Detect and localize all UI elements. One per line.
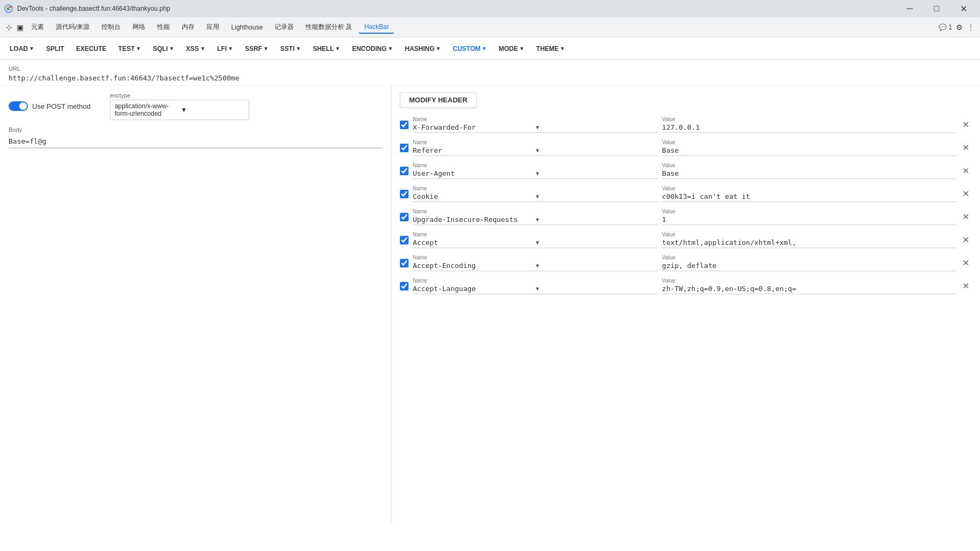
- header-checkbox-7[interactable]: [400, 282, 409, 291]
- header-checkbox-2[interactable]: [400, 167, 409, 175]
- header-delete-button-7[interactable]: ✕: [960, 281, 971, 291]
- body-label: Body: [9, 126, 382, 133]
- theme-button[interactable]: THEME ▼: [531, 43, 570, 55]
- lfi-button[interactable]: LFI ▼: [212, 43, 239, 55]
- body-section: Body: [9, 126, 382, 148]
- header-name-select-0[interactable]: X-Forwarded-For ▼: [413, 122, 658, 133]
- settings-icon[interactable]: ⚙: [954, 23, 964, 32]
- header-delete-button-2[interactable]: ✕: [960, 166, 971, 176]
- header-row: Name User-Agent ▼ Value ✕: [400, 162, 971, 179]
- header-name-value-3: Cookie: [413, 192, 534, 200]
- header-name-select-7[interactable]: Accept-Language ▼: [413, 284, 658, 294]
- minimize-button[interactable]: ─: [897, 0, 922, 17]
- nav-item-recorder[interactable]: 记录器: [269, 20, 299, 34]
- nav-item-performance[interactable]: 性能: [152, 20, 175, 34]
- maximize-button[interactable]: □: [924, 0, 949, 17]
- execute-button[interactable]: EXECUTE: [71, 43, 112, 55]
- header-name-select-1[interactable]: Referer ▼: [413, 145, 658, 156]
- header-row: Name Upgrade-Insecure-Requests ▼ Value ✕: [400, 209, 971, 225]
- ssti-arrow: ▼: [296, 46, 301, 51]
- header-value-group-5: Value: [662, 232, 956, 248]
- enctype-select[interactable]: application/x-www-form-urlencoded ▼: [110, 100, 249, 120]
- post-method-toggle[interactable]: [9, 101, 28, 111]
- header-value-label-3: Value: [662, 185, 956, 191]
- close-button[interactable]: ✕: [951, 0, 976, 17]
- header-row: Name Accept ▼ Value ✕: [400, 232, 971, 248]
- header-checkbox-6[interactable]: [400, 259, 409, 267]
- headers-container: Name X-Forwarded-For ▼ Value ✕ Name Refe…: [400, 116, 971, 294]
- header-name-select-3[interactable]: Cookie ▼: [413, 191, 658, 202]
- xss-button[interactable]: XSS ▼: [181, 43, 211, 55]
- header-delete-button-3[interactable]: ✕: [960, 189, 971, 199]
- body-input[interactable]: [9, 135, 382, 148]
- header-value-input-0[interactable]: [662, 122, 956, 133]
- header-delete-button-6[interactable]: ✕: [960, 258, 971, 268]
- enctype-value: application/x-www-form-urlencoded: [115, 102, 179, 117]
- ssti-button[interactable]: SSTI ▼: [275, 43, 307, 55]
- header-name-value-4: Upgrade-Insecure-Requests: [413, 215, 534, 224]
- nav-item-hackbar[interactable]: HackBar: [359, 21, 394, 34]
- header-delete-button-4[interactable]: ✕: [960, 212, 971, 222]
- header-checkbox-0[interactable]: [400, 121, 409, 129]
- header-name-label-5: Name: [413, 232, 658, 237]
- header-delete-button-5[interactable]: ✕: [960, 235, 971, 245]
- header-value-input-4[interactable]: [662, 214, 956, 225]
- notifications-badge[interactable]: 💬1: [939, 24, 952, 31]
- header-name-select-4[interactable]: Upgrade-Insecure-Requests ▼: [413, 214, 658, 225]
- url-value[interactable]: http://challenge.basectf.fun:46643/?base…: [9, 74, 971, 82]
- load-arrow: ▼: [29, 46, 34, 51]
- header-row: Name Referer ▼ Value ✕: [400, 139, 971, 156]
- header-value-label-2: Value: [662, 162, 956, 168]
- nav-item-memory[interactable]: 内存: [176, 20, 200, 34]
- header-row: Name X-Forwarded-For ▼ Value ✕: [400, 116, 971, 133]
- hashing-arrow: ▼: [436, 46, 441, 51]
- header-value-input-3[interactable]: [662, 191, 956, 202]
- header-name-arrow-4: ▼: [536, 217, 657, 222]
- header-checkbox-5[interactable]: [400, 236, 409, 244]
- custom-button[interactable]: CUSTOM ▼: [448, 43, 493, 55]
- nav-item-console[interactable]: 控制台: [96, 20, 126, 34]
- encoding-button[interactable]: ENCODING ▼: [347, 43, 399, 55]
- nav-item-network[interactable]: 网络: [127, 20, 151, 34]
- header-value-group-0: Value: [662, 116, 956, 133]
- hashing-button[interactable]: HASHING ▼: [399, 43, 446, 55]
- header-value-input-1[interactable]: [662, 145, 956, 156]
- header-name-arrow-5: ▼: [536, 240, 657, 245]
- header-delete-button-0[interactable]: ✕: [960, 120, 971, 130]
- header-row: Name Accept-Encoding ▼ Value ✕: [400, 255, 971, 271]
- more-icon[interactable]: ⋮: [966, 23, 976, 32]
- header-checkbox-4[interactable]: [400, 213, 409, 221]
- header-checkbox-3[interactable]: [400, 190, 409, 198]
- nav-item-source[interactable]: 源代码/来源: [50, 20, 95, 34]
- header-name-group-6: Name Accept-Encoding ▼: [413, 255, 658, 271]
- shell-button[interactable]: SHELL ▼: [307, 43, 345, 55]
- header-name-value-0: X-Forwarded-For: [413, 123, 534, 131]
- header-value-input-6[interactable]: [662, 260, 956, 271]
- sqli-button[interactable]: SQLI ▼: [147, 43, 180, 55]
- inspect-icon[interactable]: ▣: [15, 23, 25, 32]
- nav-item-elements[interactable]: 元素: [26, 20, 49, 34]
- nav-item-lighthouse[interactable]: Lighthouse: [226, 21, 268, 33]
- header-name-select-6[interactable]: Accept-Encoding ▼: [413, 260, 658, 271]
- header-value-input-5[interactable]: [662, 237, 956, 248]
- toggle-container: Use POST method: [9, 101, 91, 111]
- header-checkbox-1[interactable]: [400, 144, 409, 152]
- header-name-select-5[interactable]: Accept ▼: [413, 237, 658, 248]
- lfi-arrow: ▼: [228, 46, 233, 51]
- header-value-label-6: Value: [662, 255, 956, 260]
- header-name-select-2[interactable]: User-Agent ▼: [413, 168, 658, 179]
- ssrf-button[interactable]: SSRF ▼: [240, 43, 274, 55]
- mode-button[interactable]: MODE ▼: [493, 43, 530, 55]
- titlebar-controls: ─ □ ✕: [897, 0, 976, 17]
- split-button[interactable]: SPLIT: [41, 43, 70, 55]
- test-button[interactable]: TEST ▼: [113, 43, 147, 55]
- modify-header-button[interactable]: MODIFY HEADER: [400, 92, 477, 108]
- cursor-icon[interactable]: ⊹: [4, 23, 14, 32]
- header-value-input-7[interactable]: [662, 284, 956, 294]
- header-value-input-2[interactable]: [662, 168, 956, 179]
- load-button[interactable]: LOAD ▼: [4, 43, 40, 55]
- header-delete-button-1[interactable]: ✕: [960, 143, 971, 153]
- nav-item-application[interactable]: 应用: [201, 20, 225, 34]
- right-panel: MODIFY HEADER Name X-Forwarded-For ▼ Val…: [391, 86, 980, 524]
- nav-item-perf-insights[interactable]: 性能数据分析 及: [300, 20, 358, 34]
